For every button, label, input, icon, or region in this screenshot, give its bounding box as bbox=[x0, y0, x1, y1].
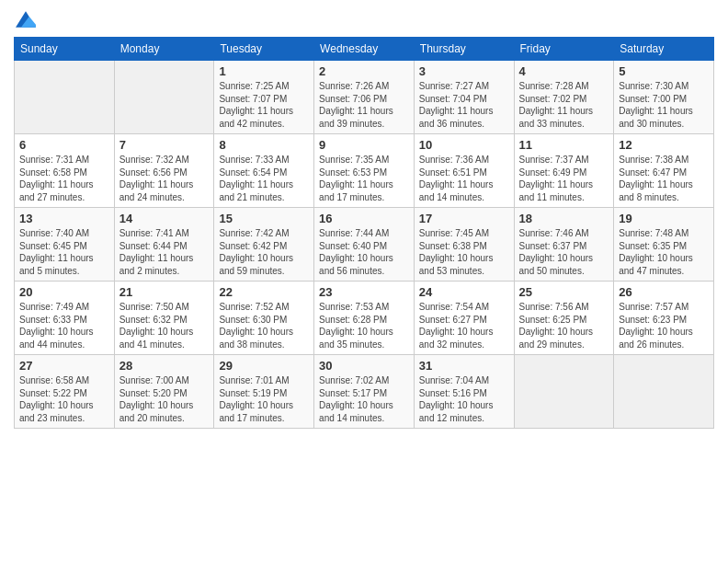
day-info: Sunrise: 7:42 AM Sunset: 6:42 PM Dayligh… bbox=[219, 227, 309, 277]
calendar-week-row: 1Sunrise: 7:25 AM Sunset: 7:07 PM Daylig… bbox=[15, 61, 714, 134]
day-number: 12 bbox=[619, 138, 709, 152]
day-number: 27 bbox=[19, 359, 109, 373]
day-info: Sunrise: 7:01 AM Sunset: 5:19 PM Dayligh… bbox=[219, 374, 309, 424]
day-number: 15 bbox=[219, 212, 309, 225]
calendar-day-cell: 24Sunrise: 7:54 AM Sunset: 6:27 PM Dayli… bbox=[414, 282, 514, 355]
calendar-day-cell: 20Sunrise: 7:49 AM Sunset: 6:33 PM Dayli… bbox=[15, 282, 115, 355]
day-of-week-header: Saturday bbox=[614, 38, 714, 61]
day-number: 23 bbox=[319, 285, 409, 299]
calendar-week-row: 13Sunrise: 7:40 AM Sunset: 6:45 PM Dayli… bbox=[15, 208, 714, 282]
day-number: 8 bbox=[219, 138, 309, 152]
day-info: Sunrise: 7:45 AM Sunset: 6:38 PM Dayligh… bbox=[419, 227, 509, 277]
day-info: Sunrise: 7:40 AM Sunset: 6:45 PM Dayligh… bbox=[19, 227, 109, 277]
day-info: Sunrise: 7:31 AM Sunset: 6:58 PM Dayligh… bbox=[19, 154, 109, 203]
day-number: 2 bbox=[319, 64, 409, 78]
day-info: Sunrise: 7:46 AM Sunset: 6:37 PM Dayligh… bbox=[519, 227, 609, 277]
calendar-day-cell bbox=[614, 355, 714, 429]
day-number: 17 bbox=[419, 212, 509, 225]
day-info: Sunrise: 7:02 AM Sunset: 5:17 PM Dayligh… bbox=[319, 374, 409, 424]
day-number: 3 bbox=[419, 64, 509, 78]
day-number: 24 bbox=[419, 285, 509, 299]
day-info: Sunrise: 7:00 AM Sunset: 5:20 PM Dayligh… bbox=[119, 374, 210, 424]
calendar-day-cell: 17Sunrise: 7:45 AM Sunset: 6:38 PM Dayli… bbox=[414, 208, 514, 282]
calendar-day-cell: 28Sunrise: 7:00 AM Sunset: 5:20 PM Dayli… bbox=[114, 355, 214, 429]
logo bbox=[14, 9, 36, 29]
calendar-day-cell: 6Sunrise: 7:31 AM Sunset: 6:58 PM Daylig… bbox=[15, 134, 115, 208]
day-info: Sunrise: 7:38 AM Sunset: 6:47 PM Dayligh… bbox=[619, 154, 709, 203]
calendar-day-cell: 7Sunrise: 7:32 AM Sunset: 6:56 PM Daylig… bbox=[114, 134, 214, 208]
day-number: 30 bbox=[319, 359, 409, 373]
day-info: Sunrise: 7:52 AM Sunset: 6:30 PM Dayligh… bbox=[219, 301, 309, 350]
calendar-day-cell: 30Sunrise: 7:02 AM Sunset: 5:17 PM Dayli… bbox=[314, 355, 415, 429]
day-number: 4 bbox=[519, 64, 609, 78]
day-number: 9 bbox=[319, 138, 409, 152]
calendar-day-cell: 29Sunrise: 7:01 AM Sunset: 5:19 PM Dayli… bbox=[214, 355, 314, 429]
day-info: Sunrise: 7:35 AM Sunset: 6:53 PM Dayligh… bbox=[319, 154, 409, 203]
day-info: Sunrise: 7:04 AM Sunset: 5:16 PM Dayligh… bbox=[419, 374, 509, 424]
day-info: Sunrise: 7:26 AM Sunset: 7:06 PM Dayligh… bbox=[319, 80, 409, 130]
page: SundayMondayTuesdayWednesdayThursdayFrid… bbox=[0, 0, 728, 563]
calendar-day-cell: 9Sunrise: 7:35 AM Sunset: 6:53 PM Daylig… bbox=[314, 134, 415, 208]
day-info: Sunrise: 7:41 AM Sunset: 6:44 PM Dayligh… bbox=[119, 227, 210, 277]
day-info: Sunrise: 7:49 AM Sunset: 6:33 PM Dayligh… bbox=[19, 301, 109, 350]
day-number: 21 bbox=[119, 285, 210, 299]
day-number: 28 bbox=[119, 359, 210, 373]
day-number: 14 bbox=[119, 212, 210, 225]
calendar-day-cell: 15Sunrise: 7:42 AM Sunset: 6:42 PM Dayli… bbox=[214, 208, 314, 282]
calendar-day-cell: 21Sunrise: 7:50 AM Sunset: 6:32 PM Dayli… bbox=[114, 282, 214, 355]
calendar-header-row: SundayMondayTuesdayWednesdayThursdayFrid… bbox=[15, 38, 714, 61]
calendar-day-cell bbox=[514, 355, 614, 429]
day-info: Sunrise: 7:27 AM Sunset: 7:04 PM Dayligh… bbox=[419, 80, 509, 130]
calendar-day-cell: 31Sunrise: 7:04 AM Sunset: 5:16 PM Dayli… bbox=[414, 355, 514, 429]
day-number: 11 bbox=[519, 138, 609, 152]
day-info: Sunrise: 7:53 AM Sunset: 6:28 PM Dayligh… bbox=[319, 301, 409, 350]
day-number: 29 bbox=[219, 359, 309, 373]
day-info: Sunrise: 7:30 AM Sunset: 7:00 PM Dayligh… bbox=[619, 80, 709, 130]
day-info: Sunrise: 7:36 AM Sunset: 6:51 PM Dayligh… bbox=[419, 154, 509, 203]
day-info: Sunrise: 7:48 AM Sunset: 6:35 PM Dayligh… bbox=[619, 227, 709, 277]
day-number: 20 bbox=[19, 285, 109, 299]
calendar-day-cell: 2Sunrise: 7:26 AM Sunset: 7:06 PM Daylig… bbox=[314, 61, 415, 134]
calendar-day-cell: 12Sunrise: 7:38 AM Sunset: 6:47 PM Dayli… bbox=[614, 134, 714, 208]
day-of-week-header: Friday bbox=[514, 38, 614, 61]
day-info: Sunrise: 7:57 AM Sunset: 6:23 PM Dayligh… bbox=[619, 301, 709, 350]
calendar-day-cell: 1Sunrise: 7:25 AM Sunset: 7:07 PM Daylig… bbox=[214, 61, 314, 134]
day-number: 19 bbox=[619, 212, 709, 225]
day-info: Sunrise: 7:37 AM Sunset: 6:49 PM Dayligh… bbox=[519, 154, 609, 203]
calendar-day-cell: 18Sunrise: 7:46 AM Sunset: 6:37 PM Dayli… bbox=[514, 208, 614, 282]
calendar-day-cell: 14Sunrise: 7:41 AM Sunset: 6:44 PM Dayli… bbox=[114, 208, 214, 282]
calendar-week-row: 20Sunrise: 7:49 AM Sunset: 6:33 PM Dayli… bbox=[15, 282, 714, 355]
calendar-day-cell: 13Sunrise: 7:40 AM Sunset: 6:45 PM Dayli… bbox=[15, 208, 115, 282]
day-number: 6 bbox=[19, 138, 109, 152]
day-number: 7 bbox=[119, 138, 210, 152]
day-number: 1 bbox=[219, 64, 309, 78]
calendar-day-cell: 23Sunrise: 7:53 AM Sunset: 6:28 PM Dayli… bbox=[314, 282, 415, 355]
day-info: Sunrise: 7:56 AM Sunset: 6:25 PM Dayligh… bbox=[519, 301, 609, 350]
calendar-week-row: 6Sunrise: 7:31 AM Sunset: 6:58 PM Daylig… bbox=[15, 134, 714, 208]
calendar-day-cell: 8Sunrise: 7:33 AM Sunset: 6:54 PM Daylig… bbox=[214, 134, 314, 208]
day-of-week-header: Monday bbox=[114, 38, 214, 61]
calendar-day-cell: 25Sunrise: 7:56 AM Sunset: 6:25 PM Dayli… bbox=[514, 282, 614, 355]
calendar-week-row: 27Sunrise: 6:58 AM Sunset: 5:22 PM Dayli… bbox=[15, 355, 714, 429]
calendar-day-cell: 19Sunrise: 7:48 AM Sunset: 6:35 PM Dayli… bbox=[614, 208, 714, 282]
day-info: Sunrise: 6:58 AM Sunset: 5:22 PM Dayligh… bbox=[19, 374, 109, 424]
day-number: 16 bbox=[319, 212, 409, 225]
day-info: Sunrise: 7:28 AM Sunset: 7:02 PM Dayligh… bbox=[519, 80, 609, 130]
day-number: 18 bbox=[519, 212, 609, 225]
day-number: 5 bbox=[619, 64, 709, 78]
day-of-week-header: Sunday bbox=[15, 38, 115, 61]
calendar-day-cell: 16Sunrise: 7:44 AM Sunset: 6:40 PM Dayli… bbox=[314, 208, 415, 282]
calendar-day-cell: 10Sunrise: 7:36 AM Sunset: 6:51 PM Dayli… bbox=[414, 134, 514, 208]
day-of-week-header: Tuesday bbox=[214, 38, 314, 61]
calendar-day-cell: 26Sunrise: 7:57 AM Sunset: 6:23 PM Dayli… bbox=[614, 282, 714, 355]
day-info: Sunrise: 7:44 AM Sunset: 6:40 PM Dayligh… bbox=[319, 227, 409, 277]
calendar-day-cell: 27Sunrise: 6:58 AM Sunset: 5:22 PM Dayli… bbox=[15, 355, 115, 429]
day-info: Sunrise: 7:25 AM Sunset: 7:07 PM Dayligh… bbox=[219, 80, 309, 130]
day-number: 31 bbox=[419, 359, 509, 373]
day-info: Sunrise: 7:32 AM Sunset: 6:56 PM Dayligh… bbox=[119, 154, 210, 203]
calendar: SundayMondayTuesdayWednesdayThursdayFrid… bbox=[14, 37, 714, 429]
day-number: 22 bbox=[219, 285, 309, 299]
calendar-day-cell bbox=[15, 61, 115, 134]
day-info: Sunrise: 7:54 AM Sunset: 6:27 PM Dayligh… bbox=[419, 301, 509, 350]
calendar-day-cell bbox=[114, 61, 214, 134]
